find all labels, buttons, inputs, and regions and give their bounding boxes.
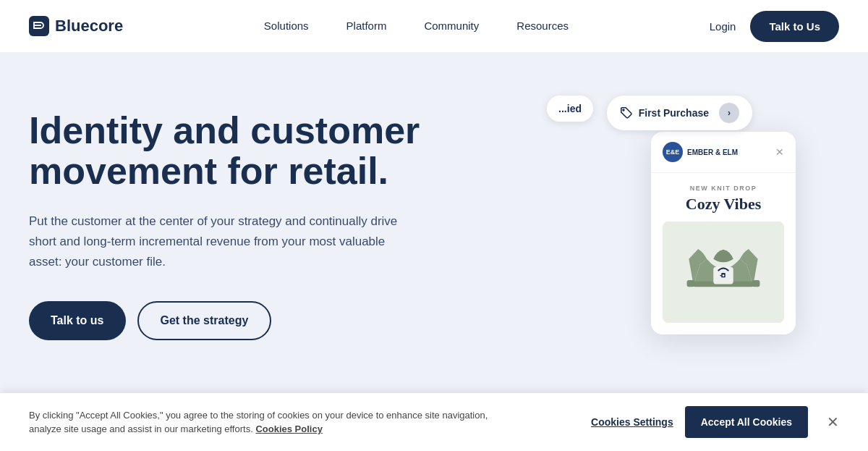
svg-point-7 — [723, 275, 725, 277]
nav-item-solutions[interactable]: Solutions — [250, 14, 323, 38]
cookie-banner: By clicking "Accept All Cookies," you ag… — [0, 393, 868, 451]
email-sender: EMBER & ELM — [687, 148, 775, 156]
cookie-actions: Cookies Settings Accept All Cookies ✕ — [591, 406, 839, 438]
hero-title: Identity and customer movement for retai… — [29, 110, 434, 191]
cookie-policy-link[interactable]: Cookies Policy — [255, 423, 322, 434]
hero-subtitle: Put the customer at the center of your s… — [29, 211, 405, 272]
first-purchase-label: First Purchase — [639, 107, 709, 119]
tag-icon — [620, 106, 633, 119]
email-headline: Cozy Vibes — [663, 195, 784, 213]
hero-right: ...ied First Purchase › E&E EMBER & ELM … — [434, 96, 839, 334]
talk-to-us-button[interactable]: Talk to us — [29, 301, 126, 340]
svg-rect-3 — [687, 280, 695, 287]
nav-links: Solutions Platform Community Resources — [250, 20, 583, 33]
sweater-illustration — [684, 232, 763, 312]
logo-text: Bluecore — [55, 17, 123, 35]
email-avatar: E&E — [663, 142, 683, 162]
hero-left: Identity and customer movement for retai… — [29, 96, 434, 340]
svg-rect-0 — [29, 16, 49, 36]
email-card-header: E&E EMBER & ELM ✕ — [651, 132, 796, 173]
nav-item-community[interactable]: Community — [409, 14, 493, 38]
hero-buttons: Talk to us Get the strategy — [29, 301, 434, 340]
nav-right: Login Talk to Us — [710, 11, 839, 42]
email-card: E&E EMBER & ELM ✕ NEW KNIT DROP Cozy Vib… — [651, 132, 796, 334]
pill-arrow-icon: › — [719, 103, 739, 123]
hero-section: Identity and customer movement for retai… — [0, 52, 868, 429]
nav-item-platform[interactable]: Platform — [332, 14, 401, 38]
email-card-body: NEW KNIT DROP Cozy Vibes — [651, 173, 796, 334]
logo-icon — [29, 16, 49, 36]
svg-point-1 — [623, 109, 624, 111]
email-product-image — [663, 222, 784, 323]
logo-link[interactable]: Bluecore — [29, 16, 123, 36]
cookie-close-button[interactable]: ✕ — [827, 413, 839, 431]
login-link[interactable]: Login — [710, 20, 736, 33]
cookie-settings-button[interactable]: Cookies Settings — [591, 416, 673, 428]
email-tag-line: NEW KNIT DROP — [663, 185, 784, 192]
partial-pill: ...ied — [547, 96, 593, 122]
cookie-message: By clicking "Accept All Cookies," you ag… — [29, 408, 521, 437]
first-purchase-pill: First Purchase › — [607, 96, 752, 130]
accept-cookies-button[interactable]: Accept All Cookies — [685, 406, 808, 438]
email-close-icon: ✕ — [775, 146, 784, 158]
get-strategy-button[interactable]: Get the strategy — [137, 301, 272, 340]
nav-talk-to-us-button[interactable]: Talk to Us — [750, 11, 839, 42]
nav-item-resources[interactable]: Resources — [502, 14, 583, 38]
navbar: Bluecore Solutions Platform Community Re… — [0, 0, 868, 52]
svg-rect-4 — [752, 280, 760, 287]
